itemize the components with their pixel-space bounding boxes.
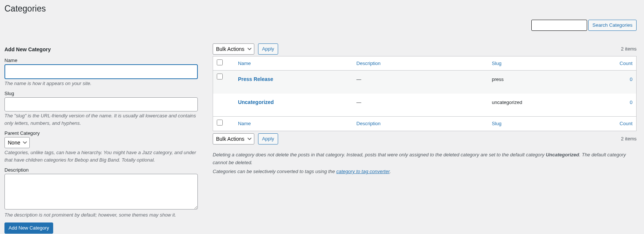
apply-button-bottom[interactable]: Apply: [258, 133, 278, 144]
col-count-footer[interactable]: Count: [619, 121, 632, 126]
row-count-link[interactable]: 0: [630, 100, 632, 105]
name-label: Name: [4, 58, 198, 63]
add-new-heading: Add New Category: [4, 46, 198, 52]
delete-note: Deleting a category does not delete the …: [213, 151, 637, 167]
row-count-link[interactable]: 0: [630, 77, 632, 82]
page-title: Categories: [4, 0, 637, 16]
row-checkbox[interactable]: [217, 74, 223, 79]
bulk-actions-select-top[interactable]: Bulk Actions: [213, 43, 254, 55]
categories-table: Name Description Slug Count Press Releas…: [213, 56, 637, 131]
apply-button-top[interactable]: Apply: [258, 43, 278, 55]
parent-label: Parent Category: [4, 130, 198, 136]
name-help: The name is how it appears on your site.: [4, 80, 198, 87]
col-description-footer[interactable]: Description: [357, 121, 381, 126]
select-all-top[interactable]: [217, 59, 223, 65]
search-button[interactable]: Search Categories: [588, 20, 637, 31]
parent-select[interactable]: None: [4, 137, 30, 148]
category-to-tag-link[interactable]: category to tag converter: [336, 169, 389, 174]
bulk-actions-select-bottom[interactable]: Bulk Actions: [213, 133, 254, 144]
parent-help: Categories, unlike tags, can have a hier…: [4, 149, 198, 163]
col-name-footer[interactable]: Name: [238, 121, 251, 126]
description-help: The description is not prominent by defa…: [4, 211, 198, 219]
row-description: —: [353, 94, 488, 117]
search-box: Search Categories: [531, 20, 637, 31]
row-slug: uncategorized: [488, 94, 594, 117]
row-slug: press: [488, 71, 594, 94]
slug-input[interactable]: [4, 97, 198, 111]
slug-label: Slug: [4, 91, 198, 96]
description-label: Description: [4, 167, 198, 173]
description-textarea[interactable]: [4, 174, 198, 209]
add-new-category-button[interactable]: Add New Category: [4, 222, 53, 234]
col-count[interactable]: Count: [619, 61, 632, 66]
row-name-link[interactable]: Press Release: [238, 76, 273, 82]
slug-help: The "slug" is the URL-friendly version o…: [4, 112, 198, 127]
item-count-top: 2 items: [621, 46, 637, 52]
table-row: Uncategorized — uncategorized 0: [213, 94, 636, 117]
col-name[interactable]: Name: [238, 61, 251, 66]
col-description[interactable]: Description: [357, 61, 381, 66]
search-input[interactable]: [531, 20, 587, 31]
row-name-link[interactable]: Uncategorized: [238, 99, 274, 105]
col-slug-footer[interactable]: Slug: [492, 121, 502, 126]
row-description: —: [353, 71, 488, 94]
convert-note: Categories can be selectively converted …: [213, 168, 637, 176]
item-count-bottom: 2 items: [621, 136, 637, 142]
name-input[interactable]: [4, 64, 198, 79]
select-all-bottom[interactable]: [217, 120, 223, 126]
col-slug[interactable]: Slug: [492, 61, 502, 66]
table-row: Press Release — press 0: [213, 71, 636, 94]
